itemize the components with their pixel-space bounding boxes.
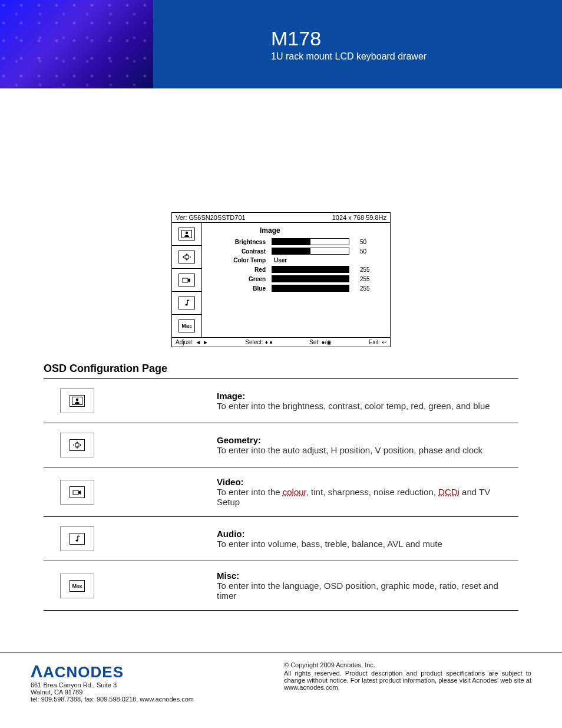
brand-text: ACNODES — [43, 663, 124, 681]
osd-tab-video[interactable] — [172, 269, 201, 292]
osd-tab-geometry[interactable] — [172, 246, 201, 269]
osd-version: Ver: G56SN20SSTD701 — [176, 214, 246, 221]
config-row-geometry: Geometry:To enter into the auto adjust, … — [44, 423, 518, 467]
osd-value: 50 — [360, 239, 366, 245]
osd-row: Color TempUser — [207, 257, 385, 263]
osd-resolution: 1024 x 768 59.8Hz — [332, 214, 386, 221]
svg-point-4 — [185, 304, 187, 305]
model-subtitle: 1U rack mount LCD keyboard drawer — [271, 51, 562, 62]
osd-row: Red255 — [207, 266, 385, 273]
config-icon-frame — [60, 433, 94, 457]
osd-hint-adjust: Adjust: ◄ ► — [176, 339, 209, 345]
config-row-misc: MiscMisc:To enter into the language, OSD… — [44, 561, 518, 611]
osd-row: Blue255 — [207, 285, 385, 292]
osd-value: 255 — [360, 285, 370, 292]
video-icon — [178, 274, 195, 286]
osd-slider[interactable] — [272, 285, 349, 292]
osd-slider[interactable] — [272, 238, 349, 245]
config-description: Misc:To enter into the language, OSD pos… — [217, 571, 518, 601]
config-description: Video:To enter into the colour, tint, sh… — [217, 477, 518, 507]
config-row-image: Image:To enter into the brightness, cont… — [44, 379, 518, 423]
svg-rect-3 — [183, 278, 188, 282]
video-icon — [70, 486, 85, 498]
config-icon-frame — [60, 388, 94, 413]
osd-tab-list: Misc — [172, 223, 202, 337]
osd-tab-misc[interactable]: Misc — [172, 315, 201, 337]
geometry-icon — [178, 251, 195, 263]
config-list: Image:To enter into the brightness, cont… — [44, 379, 518, 611]
image-icon — [70, 395, 85, 407]
svg-point-1 — [186, 232, 188, 234]
header-graphic — [0, 0, 153, 88]
config-icon-frame — [60, 526, 94, 551]
osd-row: Brightness50 — [207, 238, 385, 245]
osd-slider[interactable] — [272, 275, 349, 282]
svg-rect-8 — [73, 490, 78, 495]
config-description: Audio:To enter into volume, bass, treble… — [217, 529, 518, 549]
misc-icon: Misc — [70, 580, 85, 592]
footer-addr1: 661 Brea Canyon Rd., Suite 3 — [31, 681, 194, 689]
config-heading: OSD Configuration Page — [44, 363, 518, 375]
footer-copyright: © Copyright 2009 Acnodes, Inc. — [284, 661, 531, 668]
svg-rect-7 — [75, 443, 79, 447]
config-row-audio: Audio:To enter into volume, bass, treble… — [44, 517, 518, 561]
geometry-icon — [70, 439, 85, 451]
osd-row-label: Blue — [207, 285, 272, 292]
osd-value: 255 — [360, 276, 370, 282]
osd-panel-title: Image — [260, 226, 385, 235]
osd-hint-set: Set: ●/◉ — [309, 339, 332, 345]
osd-tab-image[interactable] — [172, 223, 201, 246]
config-icon-frame — [60, 480, 94, 505]
osd-value: User — [274, 257, 287, 263]
osd-row-label: Green — [207, 276, 272, 282]
osd-slider[interactable] — [272, 248, 349, 255]
osd-row-label: Color Temp — [207, 257, 272, 263]
svg-rect-2 — [185, 255, 189, 259]
osd-hint-exit: Exit: ↩ — [369, 339, 386, 345]
osd-row: Contrast50 — [207, 248, 385, 255]
osd-value: 50 — [360, 248, 366, 255]
osd-value: 255 — [360, 266, 370, 273]
image-icon — [178, 228, 195, 241]
header-title-block: M178 1U rack mount LCD keyboard drawer — [153, 0, 562, 88]
svg-point-6 — [76, 398, 78, 401]
osd-row-label: Contrast — [207, 248, 272, 255]
config-description: Image:To enter into the brightness, cont… — [217, 391, 518, 411]
svg-point-9 — [75, 539, 78, 541]
osd-row: Green255 — [207, 275, 385, 282]
osd-screenshot: Ver: G56SN20SSTD701 1024 x 768 59.8Hz Mi… — [171, 212, 391, 347]
config-row-video: Video:To enter into the colour, tint, sh… — [44, 467, 518, 517]
doc-header: M178 1U rack mount LCD keyboard drawer — [0, 0, 562, 88]
page-footer: ΛACNODES 661 Brea Canyon Rd., Suite 3 Wa… — [0, 652, 562, 726]
brand-logo: ΛACNODES — [31, 661, 194, 681]
audio-icon — [178, 297, 195, 309]
footer-legal: All rights reserved. Product description… — [284, 670, 531, 691]
osd-row-label: Brightness — [207, 239, 272, 245]
osd-tab-audio[interactable] — [172, 292, 201, 315]
osd-panel: Image Brightness50Contrast50Color TempUs… — [202, 223, 390, 337]
osd-footer: Adjust: ◄ ► Select: ♦ ♦ Set: ●/◉ Exit: ↩ — [172, 337, 390, 347]
config-section: OSD Configuration Page — [44, 363, 518, 375]
config-description: Geometry:To enter into the auto adjust, … — [217, 435, 518, 455]
footer-contact: tel: 909.598.7388, fax: 909.598.0218, ww… — [31, 696, 194, 703]
model-number: M178 — [271, 27, 562, 50]
osd-slider[interactable] — [272, 266, 349, 273]
misc-icon: Misc — [178, 319, 195, 332]
footer-addr2: Walnut, CA 91789 — [31, 689, 194, 696]
osd-hint-select: Select: ♦ ♦ — [245, 339, 272, 345]
audio-icon — [70, 533, 85, 545]
config-icon-frame: Misc — [60, 574, 94, 598]
osd-row-label: Red — [207, 266, 272, 273]
